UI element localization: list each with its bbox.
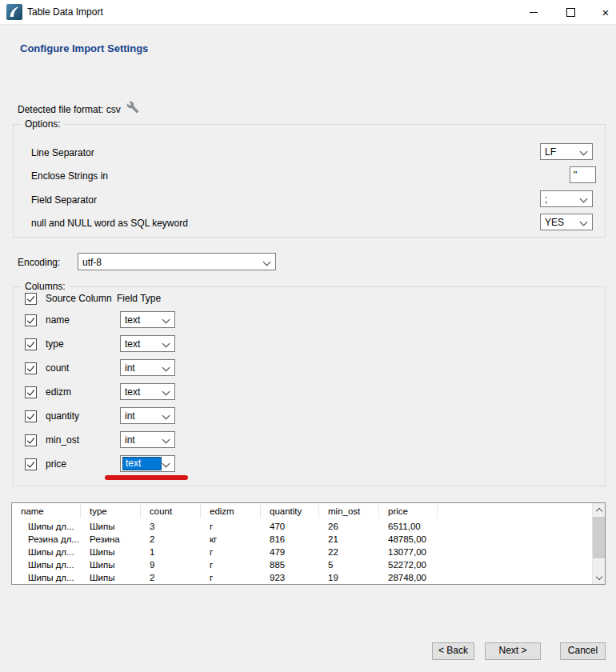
type-field-type-value: text — [125, 338, 140, 350]
scroll-down-button[interactable] — [593, 571, 605, 584]
column-quantity-label: quantity — [46, 410, 79, 422]
options-group: Options: Line Separator LF Enclose Strin… — [13, 124, 606, 238]
line-separator-value: LF — [545, 146, 556, 158]
select-all-columns-checkbox[interactable] — [25, 293, 37, 305]
cell-edizm: г — [201, 558, 261, 571]
chevron-down-icon — [263, 258, 271, 266]
column-checkbox-price[interactable] — [25, 458, 37, 470]
close-button[interactable]: × — [592, 0, 616, 24]
table-row: Шипы дл... Шипы 1 г 479 22 13077,00 — [12, 546, 605, 558]
column-checkbox-quantity[interactable] — [25, 410, 37, 422]
preview-header-price: price — [379, 505, 438, 518]
cell-quantity: 470 — [261, 520, 319, 533]
preview-header-type: type — [81, 505, 141, 518]
minimize-icon — [530, 12, 538, 13]
chevron-down-icon — [162, 388, 170, 396]
chevron-down-icon — [580, 148, 588, 156]
column-row-type: type text — [14, 335, 605, 353]
cell-type: Шипы — [81, 571, 141, 584]
type-field-type-select[interactable]: text — [120, 335, 175, 352]
scroll-up-button[interactable] — [593, 503, 605, 516]
column-type-label: type — [46, 338, 64, 350]
cell-price: 52272,00 — [379, 558, 438, 571]
cell-quantity: 923 — [261, 571, 319, 584]
column-price-label: price — [46, 458, 66, 470]
field-separator-label: Field Separator — [31, 194, 97, 206]
minimize-button[interactable] — [520, 0, 547, 24]
source-column-header: Source Column — [46, 293, 112, 304]
column-name-label: name — [46, 314, 70, 326]
preview-header-name: name — [12, 505, 81, 518]
column-checkbox-edizm[interactable] — [25, 386, 37, 398]
cell-type: Шипы — [81, 520, 141, 533]
cell-count: 2 — [141, 533, 201, 546]
cell-edizm: г — [201, 520, 261, 533]
column-checkbox-min-ost[interactable] — [25, 434, 37, 446]
chevron-down-icon — [580, 195, 588, 203]
preview-header-min-ost: min_ost — [319, 505, 379, 518]
field-separator-select[interactable]: ; — [540, 190, 593, 207]
edizm-field-type-select[interactable]: text — [120, 383, 175, 400]
mysql-dolphin-icon — [6, 4, 22, 20]
preview-header-quantity: quantity — [261, 505, 319, 518]
chevron-down-icon — [162, 364, 170, 372]
chevron-down-icon — [595, 573, 602, 579]
preview-header-edizm: edizm — [201, 505, 261, 518]
cell-count: 3 — [141, 520, 201, 533]
cell-name: Шипы дл... — [12, 571, 81, 584]
cell-price: 28748,00 — [379, 571, 438, 584]
vertical-scrollbar[interactable] — [592, 503, 605, 584]
encoding-select[interactable]: utf-8 — [78, 253, 276, 270]
enclose-strings-label: Enclose Strings in — [31, 170, 108, 182]
detected-file-format-label: Detected file format: csv — [18, 104, 121, 115]
cell-type: Шипы — [81, 558, 141, 571]
line-separator-select[interactable]: LF — [540, 143, 593, 160]
title-bar: Table Data Import × — [0, 0, 616, 25]
chevron-down-icon — [162, 460, 170, 468]
scrollbar-thumb[interactable] — [593, 517, 605, 558]
next-button[interactable]: Next > — [485, 642, 541, 660]
quantity-field-type-select[interactable]: int — [120, 407, 175, 424]
page-title: Configure Import Settings — [20, 42, 148, 54]
column-count-label: count — [46, 362, 69, 374]
cell-price: 48785,00 — [379, 533, 438, 546]
column-checkbox-count[interactable] — [25, 362, 37, 374]
field-type-header: Field Type — [117, 293, 161, 304]
columns-header-row: Source Column Field Type — [14, 292, 605, 308]
table-row: Шипы дл... Шипы 3 г 470 26 6511,00 — [12, 520, 605, 533]
chevron-down-icon — [162, 316, 170, 324]
cell-edizm: г — [201, 546, 261, 558]
quantity-field-type-value: int — [125, 410, 135, 422]
null-keyword-select[interactable]: YES — [540, 214, 593, 230]
column-row-count: count int — [14, 359, 605, 377]
count-field-type-select[interactable]: int — [120, 359, 175, 376]
cancel-button[interactable]: Cancel — [560, 642, 606, 660]
window-title: Table Data Import — [27, 6, 103, 18]
column-min-ost-label: min_ost — [46, 434, 79, 446]
column-checkbox-type[interactable] — [25, 338, 37, 350]
price-field-type-select[interactable]: text — [120, 455, 175, 472]
null-keyword-row: null and NULL word as SQL keyword YES — [14, 214, 605, 231]
field-separator-value: ; — [545, 194, 547, 205]
count-field-type-value: int — [125, 362, 135, 374]
name-field-type-select[interactable]: text — [120, 311, 175, 328]
cell-price: 13077,00 — [379, 546, 438, 558]
null-keyword-label: null and NULL word as SQL keyword — [31, 218, 188, 229]
cell-count: 2 — [141, 571, 201, 584]
enclose-strings-input[interactable] — [570, 166, 596, 183]
cell-name: Шипы дл... — [12, 520, 81, 533]
cell-edizm: кг — [201, 533, 261, 546]
cell-name: Резина дл... — [12, 533, 81, 546]
min-ost-field-type-select[interactable]: int — [120, 431, 175, 448]
preview-table: name type count edizm quantity min_ost p… — [11, 502, 606, 585]
cell-quantity: 816 — [261, 533, 319, 546]
cell-min-ost: 21 — [319, 533, 379, 546]
maximize-button[interactable] — [557, 0, 584, 24]
chevron-down-icon — [162, 412, 170, 420]
null-keyword-value: YES — [545, 217, 564, 228]
table-row: Шипы дл... Шипы 9 г 885 5 52272,00 — [12, 558, 605, 571]
column-checkbox-name[interactable] — [25, 314, 37, 326]
cell-type: Резина — [81, 533, 141, 546]
cell-count: 9 — [141, 558, 201, 571]
back-button[interactable]: < Back — [432, 642, 474, 660]
